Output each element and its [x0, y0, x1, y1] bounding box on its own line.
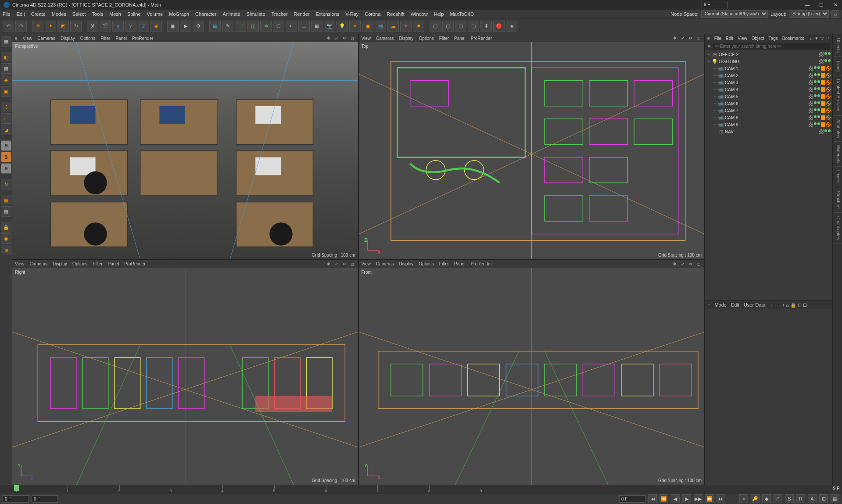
vp-menu-view[interactable]: View	[23, 36, 32, 41]
menu-vray[interactable]: V-Ray	[345, 11, 358, 17]
vp-menu-filter[interactable]: Filter	[100, 36, 110, 41]
tree-row[interactable]: +📹CAM 6	[705, 100, 832, 107]
pos-key-button[interactable]: P	[774, 494, 782, 503]
visibility-render-icon[interactable]	[817, 87, 820, 90]
corona-cam-tag-icon[interactable]	[821, 108, 825, 113]
undo-button[interactable]: ↶	[3, 21, 14, 32]
menu-edit[interactable]: Edit	[17, 11, 25, 17]
vp-move-icon[interactable]: ✥	[672, 261, 678, 267]
maximize-button[interactable]: ☐	[818, 2, 824, 8]
scale-key-button[interactable]: S	[785, 494, 794, 503]
autokey-button[interactable]: 🔑	[751, 494, 760, 503]
pla-key-button[interactable]: ⊞	[819, 494, 828, 503]
layer-tag-icon[interactable]	[809, 73, 813, 78]
visibility-editor-icon[interactable]	[814, 73, 817, 76]
expander-icon[interactable]: +	[706, 53, 711, 57]
vp-zoom-icon[interactable]: ⤢	[333, 261, 340, 267]
compositing-tag-icon[interactable]	[826, 66, 831, 71]
corona-cam-tag-icon[interactable]	[821, 122, 825, 127]
goto-start-button[interactable]: ⏮	[648, 494, 657, 503]
visibility-editor-icon[interactable]	[824, 59, 827, 62]
compositing-tag-icon[interactable]	[826, 87, 831, 92]
redshift-4-icon[interactable]: ▢	[468, 21, 479, 32]
visibility-editor-icon[interactable]	[814, 115, 817, 118]
vp-menu-panel[interactable]: Panel	[454, 261, 466, 266]
goto-end-button[interactable]: ⏭	[717, 494, 725, 503]
visibility-editor-icon[interactable]	[824, 129, 827, 132]
axis-z-button[interactable]: Z	[138, 21, 149, 32]
axis-y-button[interactable]: Y	[125, 21, 136, 32]
redshift-1-icon[interactable]: ▢	[430, 21, 441, 32]
redshift-3-icon[interactable]: ▢	[455, 21, 466, 32]
hamburger-icon[interactable]: ≡	[15, 36, 18, 41]
layer-tag-icon[interactable]	[819, 129, 824, 134]
viewport-solo-button[interactable]: ◉	[1, 233, 11, 244]
points-mode-button[interactable]: ⋮	[1, 102, 11, 112]
vp-menu-view[interactable]: View	[15, 261, 25, 266]
tree-row[interactable]: +📹CAM 4	[705, 86, 832, 93]
edges-mode-button[interactable]: ∟	[1, 113, 11, 124]
viewport-front[interactable]: View Cameras Display Options Filter Pane…	[359, 260, 705, 485]
vp-rotate-icon[interactable]: ↻	[688, 261, 694, 267]
layer-tag-icon[interactable]	[809, 101, 813, 106]
polygons-mode-button[interactable]: ◢	[1, 125, 11, 135]
workplane-snap-button[interactable]: ▦	[1, 206, 11, 217]
tab-structure[interactable]: Structure	[833, 187, 842, 213]
tree-row[interactable]: +📹CAM 7	[705, 107, 832, 114]
visibility-render-icon[interactable]	[828, 129, 831, 132]
vp-maximize-icon[interactable]: ◻	[695, 261, 702, 267]
tab-materials[interactable]: Materials	[833, 142, 842, 167]
tree-row[interactable]: +📹CAM 9	[705, 121, 832, 128]
obj-menu-tags[interactable]: Tags	[769, 36, 778, 41]
floor-icon[interactable]: ▦	[311, 21, 322, 32]
corona-gear-icon[interactable]: ✹	[413, 21, 424, 32]
vp-rotate-icon[interactable]: ↻	[341, 261, 348, 267]
expander-icon[interactable]: +	[713, 109, 717, 113]
viewport-right[interactable]: View Cameras Display Options Filter Pane…	[12, 260, 358, 485]
vp-move-icon[interactable]: ✥	[326, 261, 332, 267]
bend-icon[interactable]: ⌓	[298, 21, 310, 32]
up-icon[interactable]: ↑	[782, 302, 785, 307]
corona-cam-tag-icon[interactable]	[821, 66, 825, 71]
layer-tag-icon[interactable]	[809, 122, 813, 127]
clapboard-icon[interactable]: 🎬	[100, 21, 111, 32]
tab-objects[interactable]: Objects	[833, 34, 842, 57]
obj-menu-view[interactable]: View	[738, 36, 747, 41]
record-button[interactable]: ●	[739, 494, 748, 503]
menu-simulate[interactable]: Simulate	[247, 11, 265, 17]
menu-select[interactable]: Select	[72, 11, 86, 17]
corona-cam-tag-icon[interactable]	[821, 115, 825, 120]
expander-icon[interactable]: +	[713, 88, 717, 92]
attr-menu-mode[interactable]: Mode	[714, 302, 727, 307]
compositing-tag-icon[interactable]	[826, 115, 831, 120]
param-key-button[interactable]: A	[808, 494, 817, 503]
goto-prev-key-button[interactable]: ⏪	[659, 494, 668, 503]
menu-redshift[interactable]: Redshift	[387, 11, 404, 17]
timeline-range-field[interactable]	[32, 495, 58, 503]
forward-icon[interactable]: →	[776, 302, 781, 307]
prev-frame-button[interactable]: ◀	[671, 494, 680, 503]
compositing-tag-icon[interactable]	[826, 80, 831, 85]
next-frame-button[interactable]: ▶▶	[694, 494, 702, 503]
menu-mograph[interactable]: MoGraph	[169, 11, 189, 17]
vp-menu-prorender[interactable]: ProRender	[471, 36, 492, 41]
corona-cam-tag-icon[interactable]	[821, 94, 825, 99]
visibility-editor-icon[interactable]	[824, 52, 827, 55]
vp-menu-cameras[interactable]: Cameras	[30, 261, 48, 266]
layer-tag-icon[interactable]	[809, 66, 813, 71]
obj-menu-bookmarks[interactable]: Bookmarks	[782, 36, 804, 41]
tree-row[interactable]: +📹CAM 3	[705, 79, 832, 86]
layer-icon[interactable]: ◈	[506, 21, 517, 32]
menu-file[interactable]: File	[3, 11, 11, 17]
compositing-tag-icon[interactable]	[826, 73, 831, 78]
layer-tag-icon[interactable]	[809, 80, 813, 85]
menu-extensions[interactable]: Extensions	[315, 11, 339, 17]
filter-icon[interactable]: ▽	[821, 36, 824, 41]
instance-icon[interactable]: ⬡	[273, 21, 284, 32]
keyframe-sel-button[interactable]: ◆	[762, 494, 771, 503]
visibility-render-icon[interactable]	[817, 80, 820, 83]
tree-row[interactable]: +📹CAM 8	[705, 114, 832, 121]
expander-icon[interactable]: +	[706, 60, 711, 64]
compositing-tag-icon[interactable]	[826, 101, 831, 106]
color-icon[interactable]: 🔴	[493, 21, 505, 32]
